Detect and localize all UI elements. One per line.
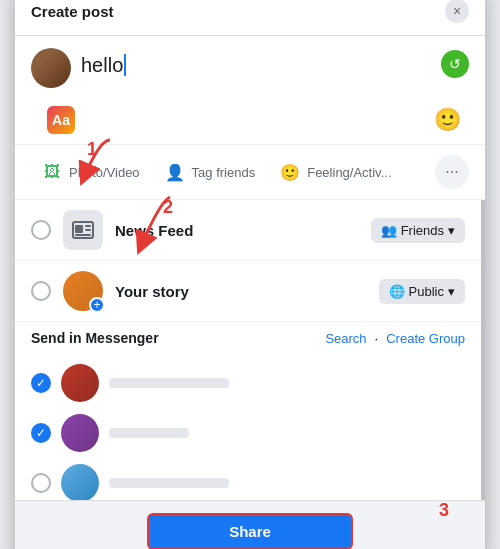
- create-post-modal: Create post × hello ↺ Aa 🙂 🖼 Photo/Video…: [15, 0, 485, 549]
- search-link[interactable]: Search: [325, 331, 366, 346]
- svg-rect-4: [75, 234, 91, 236]
- photo-icon: 🖼: [41, 161, 63, 183]
- ai-icon: Aa: [47, 106, 75, 134]
- news-feed-icon: [63, 210, 103, 250]
- annotation-3: 3: [439, 500, 449, 521]
- story-plus-icon: +: [89, 297, 105, 313]
- create-group-link[interactable]: Create Group: [386, 331, 465, 346]
- photo-video-label: Photo/Video: [69, 165, 140, 180]
- friend-row-3[interactable]: [15, 458, 481, 500]
- feeling-button[interactable]: 🙂 Feeling/Activ...: [269, 153, 401, 191]
- news-feed-label: News Feed: [115, 222, 359, 239]
- close-button[interactable]: ×: [445, 0, 469, 23]
- friend-name-bar-2: [109, 428, 189, 438]
- feeling-label: Feeling/Activ...: [307, 165, 391, 180]
- more-options-button[interactable]: ···: [435, 155, 469, 189]
- news-feed-option[interactable]: News Feed 👥 Friends ▾: [15, 200, 481, 261]
- refresh-icon[interactable]: ↺: [441, 50, 469, 78]
- feeling-icon: 🙂: [279, 161, 301, 183]
- user-avatar: [31, 48, 71, 88]
- chevron-down-icon: ▾: [448, 223, 455, 238]
- your-story-audience-label: Public: [409, 284, 444, 299]
- news-feed-audience-label: Friends: [401, 223, 444, 238]
- messenger-links: Search · Create Group: [325, 331, 465, 346]
- your-story-radio[interactable]: [31, 281, 51, 301]
- news-feed-audience-button[interactable]: 👥 Friends ▾: [371, 218, 465, 243]
- modal-footer: Share: [15, 500, 485, 549]
- your-story-option[interactable]: + Your story 🌐 Public ▾: [15, 261, 481, 322]
- friends-icon: 👥: [381, 223, 397, 238]
- link-separator: ·: [375, 331, 379, 346]
- emoji-icon[interactable]: 🙂: [434, 107, 469, 133]
- svg-rect-3: [85, 229, 91, 231]
- share-button[interactable]: Share: [147, 513, 353, 549]
- annotation-2: 2: [163, 197, 173, 218]
- tag-icon: 👤: [164, 161, 186, 183]
- svg-rect-2: [85, 225, 91, 227]
- tag-friends-button[interactable]: 👤 Tag friends: [154, 153, 266, 191]
- toolbar: 🖼 Photo/Video 👤 Tag friends 🙂 Feeling/Ac…: [15, 144, 485, 200]
- friend-checkbox-3[interactable]: [31, 473, 51, 493]
- svg-rect-1: [75, 225, 83, 233]
- messenger-section: Send in Messenger Search · Create Group: [15, 322, 481, 358]
- public-icon: 🌐: [389, 284, 405, 299]
- post-text-content: hello: [81, 54, 123, 76]
- modal-header: Create post ×: [15, 0, 485, 36]
- modal-title: Create post: [31, 3, 114, 20]
- avatar-image: [31, 48, 71, 88]
- friend-checkbox-1[interactable]: [31, 373, 51, 393]
- friend-row-1[interactable]: [15, 358, 481, 408]
- friend-name-bar-1: [109, 378, 229, 388]
- post-input-area: hello ↺: [15, 36, 485, 100]
- your-story-audience-button[interactable]: 🌐 Public ▾: [379, 279, 465, 304]
- post-text[interactable]: hello: [81, 48, 469, 77]
- share-options-list: News Feed 👥 Friends ▾ + Your story 🌐 Pub…: [15, 200, 485, 500]
- story-avatar-wrapper: +: [63, 271, 103, 311]
- friend-row-2[interactable]: [15, 408, 481, 458]
- text-cursor: [124, 54, 126, 76]
- friend-name-bar-3: [109, 478, 229, 488]
- tag-friends-label: Tag friends: [192, 165, 256, 180]
- friend-avatar-1: [61, 364, 99, 402]
- friend-checkbox-2[interactable]: [31, 423, 51, 443]
- messenger-header: Send in Messenger Search · Create Group: [31, 330, 465, 346]
- friend-avatar-2: [61, 414, 99, 452]
- news-feed-radio[interactable]: [31, 220, 51, 240]
- messenger-label: Send in Messenger: [31, 330, 159, 346]
- annotation-1: 1: [87, 139, 97, 160]
- your-story-label: Your story: [115, 283, 367, 300]
- chevron-down-icon-2: ▾: [448, 284, 455, 299]
- friend-avatar-3: [61, 464, 99, 500]
